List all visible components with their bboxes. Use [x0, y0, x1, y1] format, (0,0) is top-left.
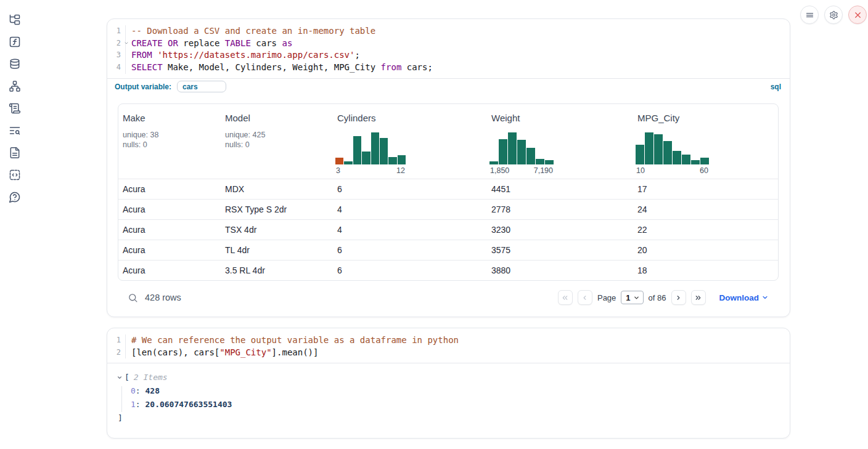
line-number: 2	[107, 347, 126, 359]
table-cell: 3880	[487, 265, 633, 275]
line-number: 4	[107, 62, 126, 74]
database-icon[interactable]	[9, 58, 21, 70]
histogram-bar[interactable]	[517, 140, 526, 164]
shutdown-close-icon[interactable]	[848, 6, 867, 24]
table-row[interactable]: AcuraTSX 4dr4323022	[118, 219, 778, 240]
histogram-bar[interactable]	[663, 141, 672, 164]
histogram-bar[interactable]	[344, 161, 352, 164]
column-stats: unique: 38nulls: 0	[123, 130, 221, 150]
histogram-min-label: 1,850	[490, 166, 509, 175]
tree-items-count: 2 Items	[129, 371, 168, 384]
page-select[interactable]: 1	[621, 291, 643, 304]
column-name[interactable]: Cylinders	[337, 113, 487, 123]
row-count: 428 rows	[145, 293, 181, 302]
line-number: 2	[107, 38, 126, 50]
histogram-bar[interactable]	[673, 151, 681, 164]
column-name[interactable]: Make	[123, 113, 221, 123]
python-code-editor[interactable]: 1# We can reference the output variable …	[107, 328, 790, 363]
table-row[interactable]: AcuraRSX Type S 2dr4277824	[118, 199, 778, 219]
column-histogram[interactable]: 312	[335, 132, 406, 175]
code-line[interactable]: 2CREATE OR replace TABLE cars as	[107, 38, 790, 50]
histogram-bar[interactable]	[362, 152, 370, 164]
search-icon[interactable]	[128, 293, 138, 303]
code-line[interactable]: 1-- Download a CSV and create an in-memo…	[107, 25, 790, 38]
sql-code-editor[interactable]: 1-- Download a CSV and create an in-memo…	[107, 19, 790, 78]
column-histogram[interactable]: 1060	[636, 132, 709, 175]
previous-page-button[interactable]	[578, 290, 592, 305]
histogram-max-label: 7,190	[534, 166, 553, 175]
histogram-bar[interactable]	[682, 155, 690, 164]
page-label: Page	[597, 293, 616, 302]
table-cell: 4	[333, 225, 487, 235]
python-output-tree: [ 2 Items 0: 4281: 20.060747663551403 ]	[107, 363, 790, 436]
tree-collapse-icon[interactable]	[117, 374, 123, 381]
histogram-bar[interactable]	[536, 159, 544, 164]
table-cell: Acura	[118, 184, 221, 194]
page-select-value: 1	[626, 293, 630, 302]
menu-icon[interactable]	[800, 6, 819, 24]
next-page-button[interactable]	[671, 290, 686, 305]
tree-entry[interactable]: 1: 20.060747663551403	[117, 398, 790, 411]
column-name[interactable]: Model	[225, 113, 333, 123]
output-variable-bar: Output variable: sql	[107, 78, 790, 95]
table-cell: 6	[333, 184, 487, 194]
histogram-bar[interactable]	[691, 160, 700, 164]
table-cell: 3575	[487, 245, 633, 255]
histogram-bar[interactable]	[489, 161, 498, 164]
help-chat-icon[interactable]	[9, 191, 21, 203]
settings-gear-icon[interactable]	[824, 6, 843, 24]
table-cell: 18	[633, 265, 778, 275]
code-line[interactable]: 4SELECT Make, Model, Cylinders, Weight, …	[107, 62, 790, 74]
histogram-bar[interactable]	[380, 138, 388, 164]
last-page-button[interactable]	[691, 290, 706, 305]
output-variable-input[interactable]	[177, 81, 226, 92]
download-label: Download	[719, 293, 760, 302]
table-cell: 6	[333, 265, 487, 275]
dependency-graph-icon[interactable]	[9, 80, 21, 92]
snippets-icon[interactable]	[9, 169, 21, 181]
histogram-max-label: 60	[700, 166, 708, 175]
histogram-max-label: 12	[396, 166, 405, 175]
download-button[interactable]: Download	[719, 293, 769, 302]
line-number: 3	[107, 49, 126, 62]
column-header: MPG_City1060	[633, 104, 778, 179]
code-line[interactable]: 1# We can reference the output variable …	[107, 334, 790, 347]
table-row[interactable]: Acura3.5 RL 4dr6388018	[118, 260, 778, 280]
documentation-icon[interactable]	[9, 147, 21, 159]
histogram-bar[interactable]	[508, 132, 517, 164]
table-row[interactable]: AcuraTL 4dr6357520	[118, 240, 778, 260]
column-histogram[interactable]: 1,8507,190	[489, 132, 554, 175]
histogram-bar[interactable]	[645, 132, 653, 164]
histogram-bar[interactable]	[371, 132, 379, 164]
table-cell: 3.5 RL 4dr	[221, 265, 333, 275]
table-cell: TSX 4dr	[221, 225, 333, 235]
table-row[interactable]: AcuraMDX6445117	[118, 179, 778, 199]
histogram-bar[interactable]	[545, 160, 554, 164]
table-cell: 22	[633, 225, 778, 235]
histogram-bar[interactable]	[526, 148, 535, 164]
code-line[interactable]: 2[len(cars), cars["MPG_City"].mean()]	[107, 347, 790, 359]
histogram-bar[interactable]	[636, 145, 644, 164]
tree-entry[interactable]: 0: 428	[117, 384, 790, 398]
histogram-bar[interactable]	[700, 158, 709, 164]
histogram-bar[interactable]	[499, 139, 507, 164]
first-page-button[interactable]	[558, 290, 573, 305]
tree-open-bracket: [	[125, 371, 129, 384]
column-name[interactable]: Weight	[491, 113, 633, 123]
histogram-bar[interactable]	[654, 134, 663, 164]
table-cell: 20	[633, 245, 778, 255]
histogram-bar[interactable]	[388, 157, 396, 164]
scratchpad-icon[interactable]	[9, 102, 21, 115]
fold-chevron-icon[interactable]	[124, 41, 129, 46]
language-badge[interactable]: sql	[771, 83, 781, 91]
histogram-bar[interactable]	[398, 155, 406, 164]
histogram-bar[interactable]	[335, 158, 343, 164]
code-line[interactable]: 3FROM 'https://datasets.marimo.app/cars.…	[107, 49, 790, 62]
file-tree-icon[interactable]	[9, 14, 21, 26]
column-name[interactable]: MPG_City	[637, 113, 778, 123]
column-header: Cylinders312	[333, 104, 487, 179]
table-cell: 3230	[487, 225, 633, 235]
logs-search-icon[interactable]	[9, 124, 21, 137]
function-square-icon[interactable]	[9, 36, 21, 48]
histogram-bar[interactable]	[353, 136, 361, 164]
